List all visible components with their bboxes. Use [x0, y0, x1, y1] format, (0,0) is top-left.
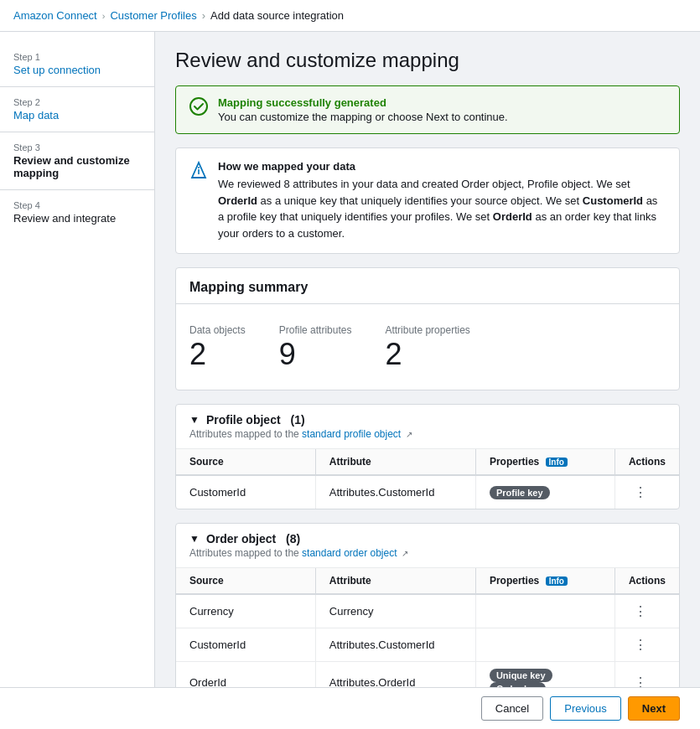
mapping-summary-body: Data objects 2 Profile attributes 9 Attr…: [176, 304, 679, 390]
stat-data-objects-label: Data objects: [189, 324, 246, 336]
order-object-table: Source Attribute Properties Info Actions…: [176, 568, 679, 687]
summary-stats: Data objects 2 Profile attributes 9 Attr…: [189, 316, 666, 378]
standard-profile-link[interactable]: standard profile object: [302, 428, 401, 440]
order-row-1-menu[interactable]: ⋮: [629, 635, 652, 654]
table-row: CustomerIdAttributes.CustomerId⋮: [176, 628, 679, 662]
info-panel-body: We reviewed 8 attributes in your data an…: [218, 176, 666, 241]
badge-profile-key: Profile key: [490, 486, 550, 499]
sidebar-step-2-label: Step 2: [13, 97, 141, 107]
order-row-0-source: Currency: [176, 594, 315, 628]
stat-attribute-properties-value: 2: [385, 339, 469, 370]
badge-unique-key: Unique key: [490, 669, 552, 682]
sidebar-step-4-label: Step 4: [13, 200, 141, 210]
page-title: Review and customize mapping: [175, 49, 680, 72]
breadcrumb-current: Add data source integration: [210, 9, 344, 22]
sidebar-step-3-label: Step 3: [13, 142, 141, 153]
order-row-2-menu[interactable]: ⋮: [629, 673, 652, 688]
profile-object-table: Source Attribute Properties Info Actions…: [176, 449, 679, 509]
info-panel-title: How we mapped your data: [218, 160, 666, 173]
order-th-properties: Properties Info: [475, 568, 614, 594]
top-nav: Amazon Connect › Customer Profiles › Add…: [0, 0, 700, 32]
order-row-2-attribute: Attributes.OrderId: [315, 662, 475, 688]
profile-properties-info-badge[interactable]: Info: [546, 458, 568, 467]
sidebar-step-4-link: Review and integrate: [13, 212, 116, 225]
stat-profile-attributes-value: 9: [279, 339, 352, 370]
amazon-connect-link[interactable]: Amazon Connect: [13, 9, 97, 22]
table-row: OrderIdAttributes.OrderIdUnique keyOrder…: [176, 662, 679, 688]
profile-row-source: CustomerId: [176, 475, 315, 509]
cancel-button[interactable]: Cancel: [481, 696, 543, 721]
profile-object-subtitle: Attributes mapped to the standard profil…: [189, 428, 666, 440]
sidebar-step-2: Step 2 Map data: [0, 90, 154, 128]
profile-th-actions: Actions: [614, 449, 679, 475]
profile-object-count: (1): [290, 413, 304, 427]
ext-link-icon-order: ↗: [402, 549, 408, 558]
order-row-2-actions[interactable]: ⋮: [614, 662, 679, 688]
sidebar-step-2-link[interactable]: Map data: [13, 109, 59, 122]
order-properties-info-badge[interactable]: Info: [546, 576, 568, 586]
previous-button[interactable]: Previous: [550, 696, 621, 721]
profile-th-attribute: Attribute: [315, 449, 475, 475]
sidebar-step-1-link[interactable]: Set up connection: [13, 64, 101, 76]
profile-th-source: Source: [176, 449, 315, 475]
order-row-2-properties: Unique keyOrder key: [475, 662, 614, 688]
order-object-name: Order object: [206, 532, 276, 545]
sidebar-step-4: Step 4 Review and integrate: [0, 194, 154, 231]
profile-row-actions[interactable]: ⋮: [614, 475, 679, 509]
order-row-0-menu[interactable]: ⋮: [629, 602, 652, 621]
stat-profile-attributes-label: Profile attributes: [279, 324, 352, 336]
order-row-1-properties: [475, 628, 614, 662]
customer-profiles-link[interactable]: Customer Profiles: [110, 9, 196, 22]
profile-object-header: ▼ Profile object (1) Attributes mapped t…: [176, 405, 679, 449]
success-banner-text: Mapping successfully generated You can c…: [218, 96, 508, 123]
profile-row-menu[interactable]: ⋮: [629, 483, 652, 502]
profile-row-attribute: Attributes.CustomerId: [315, 475, 475, 509]
order-object-title: ▼ Order object (8): [189, 532, 666, 545]
order-object-count: (8): [286, 532, 300, 545]
content-area: Review and customize mapping Mapping suc…: [155, 32, 700, 687]
breadcrumb-separator: ›: [202, 9, 205, 22]
stat-data-objects-value: 2: [189, 339, 246, 370]
info-panel-content: How we mapped your data We reviewed 8 at…: [218, 160, 666, 241]
info-panel-icon: [189, 161, 208, 179]
order-object-section: ▼ Order object (8) Attributes mapped to …: [175, 523, 680, 687]
profile-th-properties: Properties Info: [475, 449, 614, 475]
order-row-0-attribute: Currency: [315, 594, 475, 628]
stat-attribute-properties: Attribute properties 2: [385, 324, 469, 370]
breadcrumb-chevron-1: ›: [102, 11, 106, 21]
order-th-source: Source: [176, 568, 315, 594]
stat-attribute-properties-label: Attribute properties: [385, 324, 469, 336]
order-row-1-attribute: Attributes.CustomerId: [315, 628, 475, 662]
success-banner-body: You can customize the mapping or choose …: [218, 111, 508, 123]
mapping-summary-title: Mapping summary: [176, 268, 679, 304]
sidebar-step-3: Step 3 Review and customizemapping: [0, 136, 154, 186]
standard-order-link[interactable]: standard order object: [302, 547, 397, 559]
order-th-attribute: Attribute: [315, 568, 475, 594]
sidebar-step-3-text: Review and customizemapping: [13, 154, 141, 179]
sidebar: Step 1 Set up connection Step 2 Map data…: [0, 32, 155, 687]
profile-object-title: ▼ Profile object (1): [189, 413, 666, 427]
profile-row-properties: Profile key: [475, 475, 614, 509]
svg-point-3: [198, 167, 200, 168]
success-banner: Mapping successfully generated You can c…: [175, 85, 680, 134]
order-object-header: ▼ Order object (8) Attributes mapped to …: [176, 524, 679, 568]
stat-data-objects: Data objects 2: [189, 324, 246, 370]
table-row: CurrencyCurrency⋮: [176, 594, 679, 628]
stat-profile-attributes: Profile attributes 9: [279, 324, 352, 370]
order-object-subtitle: Attributes mapped to the standard order …: [189, 547, 666, 559]
svg-rect-2: [198, 169, 200, 174]
table-row: CustomerId Attributes.CustomerId Profile…: [176, 475, 679, 509]
order-th-actions: Actions: [614, 568, 679, 594]
order-row-0-properties: [475, 594, 614, 628]
order-row-1-source: CustomerId: [176, 628, 315, 662]
order-row-1-actions[interactable]: ⋮: [614, 628, 679, 662]
success-banner-title: Mapping successfully generated: [218, 96, 508, 109]
profile-object-section: ▼ Profile object (1) Attributes mapped t…: [175, 404, 680, 509]
info-panel: How we mapped your data We reviewed 8 at…: [175, 147, 680, 254]
next-button[interactable]: Next: [628, 696, 680, 721]
order-row-0-actions[interactable]: ⋮: [614, 594, 679, 628]
profile-object-name: Profile object: [206, 413, 281, 427]
order-row-2-source: OrderId: [176, 662, 315, 688]
profile-object-triangle: ▼: [189, 414, 200, 426]
success-icon: [189, 97, 208, 116]
